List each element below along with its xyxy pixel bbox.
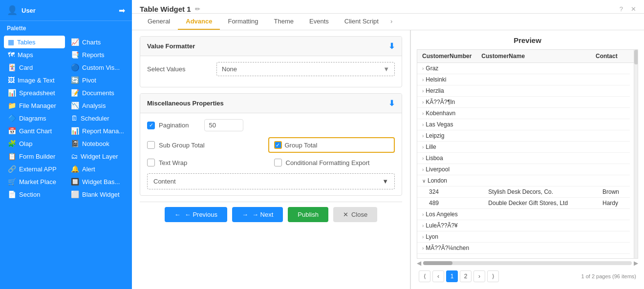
group-cell: ›Las Vegas (417, 119, 630, 130)
sidebar-item-scheduler[interactable]: 🗓 Scheduler (67, 112, 128, 124)
group-total-checkbox[interactable]: ✓ (274, 141, 282, 149)
preview-scroll-area[interactable]: CustomerNumber CustomerName Contact ›Gra… (417, 50, 634, 258)
scroll-left-icon[interactable]: ◀ (417, 260, 421, 267)
group-cell: ›Herzlia (417, 85, 630, 97)
widget-bas-icon: 🔲 (71, 178, 79, 186)
content-dropdown[interactable]: Content ▼ (147, 173, 395, 189)
page-prev-btn[interactable]: ‹ (432, 270, 444, 282)
previous-button[interactable]: ← ← Previous (165, 207, 227, 222)
table-row: ›KÃ??Ã?¶ln (417, 97, 634, 108)
main-panel: Table Widget 1 ✏ ? ✕ General Advance For… (132, 0, 644, 289)
page-next-btn[interactable]: › (473, 270, 485, 282)
sidebar-item-reports[interactable]: 📑 Reports (67, 48, 128, 61)
text-wrap-item: Text Wrap (147, 159, 268, 166)
table-row: ›Herzlia (417, 85, 634, 97)
sidebar-item-file-manager[interactable]: 📁 File Manager (4, 99, 65, 112)
sidebar-item-gantt[interactable]: 📅 Gantt Chart (4, 124, 65, 137)
sidebar-item-analysis[interactable]: 📉 Analysis (67, 99, 128, 112)
tab-more-icon[interactable]: › (386, 14, 396, 30)
page-first-btn[interactable]: ⟨ (419, 270, 430, 282)
bottom-bar: ← ← Previous → → Next Publish ✕ Close (140, 202, 402, 227)
close-window-icon[interactable]: ✕ (631, 5, 636, 13)
pivot-icon: 🔄 (71, 76, 79, 84)
tab-events[interactable]: Events (301, 14, 337, 30)
select-values-arrow: ▼ (383, 65, 389, 73)
page-1-btn[interactable]: 1 (446, 270, 458, 282)
reports-icon: 📑 (71, 51, 79, 59)
tab-general[interactable]: General (140, 14, 178, 30)
h-scroll-thumb[interactable] (423, 261, 452, 265)
pagination-value-input[interactable] (204, 119, 243, 131)
sidebar-item-diagrams[interactable]: 🔷 Diagrams (4, 112, 65, 124)
diagrams-icon: 🔷 (8, 114, 16, 122)
sidebar-item-external-app[interactable]: 🔗 External APP (4, 163, 65, 175)
right-scrollbar[interactable] (634, 50, 638, 258)
page-2-btn[interactable]: 2 (460, 270, 472, 282)
scrollbar-thumb (634, 50, 638, 64)
sidebar-item-custom-vis[interactable]: 🔵 Custom Vis... (67, 61, 128, 74)
sidebar-item-form-builder[interactable]: 📋 Form Builder (4, 150, 65, 163)
sidebar-item-image-text[interactable]: 🖼 Image & Text (4, 74, 65, 86)
section-icon: 📄 (8, 190, 16, 198)
close-button[interactable]: ✕ Close (333, 207, 377, 222)
sidebar-item-charts-label: Charts (82, 39, 101, 46)
sidebar-item-section[interactable]: 📄 Section (4, 188, 65, 201)
sub-group-total-checkbox[interactable] (147, 141, 155, 149)
conditional-formatting-checkbox[interactable] (274, 159, 282, 166)
group-cell: ›Liverpool (417, 164, 630, 175)
notebook-icon: 📓 (71, 140, 79, 147)
group-cell: ›Lyon (417, 231, 630, 243)
group-total-highlighted-box: ✓ Group Total (268, 137, 395, 153)
tab-theme[interactable]: Theme (266, 14, 301, 30)
sidebar-item-image-text-label: Image & Text (18, 77, 55, 84)
sidebar-item-alert[interactable]: 🔔 Alert (67, 163, 128, 175)
palette-label: Palette (0, 21, 132, 34)
next-button[interactable]: → → Next (232, 207, 283, 222)
customer-name-cell: Stylish Desk Decors, Co. (476, 186, 591, 198)
sidebar-item-market-place[interactable]: 🛒 Market Place (4, 175, 65, 188)
tab-advance[interactable]: Advance (178, 14, 220, 30)
table-row: ›LuleÃ??Ã?¥ (417, 220, 634, 231)
sidebar-item-report-mana[interactable]: 📊 Report Mana... (67, 124, 128, 137)
select-values-dropdown[interactable]: None ▼ (216, 62, 395, 76)
sidebar-row-file-manager: 📁 File Manager 📉 Analysis (4, 99, 128, 112)
sidebar-item-maps[interactable]: 🗺 Maps (4, 48, 65, 61)
table-row: ›Los Angeles (417, 209, 634, 220)
maps-icon: 🗺 (8, 51, 15, 59)
page-last-btn[interactable]: ⟩ (487, 270, 499, 282)
sidebar-item-widget-layer[interactable]: 🗂 Widget Layer (67, 150, 128, 163)
sidebar-item-pivot[interactable]: 🔄 Pivot (67, 74, 128, 86)
group-cell: ∨London (417, 175, 630, 186)
sidebar-item-documents[interactable]: 📝 Documents (67, 86, 128, 99)
publish-button[interactable]: Publish (288, 207, 328, 222)
value-formatter-collapse-icon[interactable]: ⬇ (388, 41, 395, 51)
misc-properties-body: ✓ Pagination Sub Group Total ✓ (140, 113, 402, 195)
sidebar-item-blank-widget[interactable]: ⬜ Blank Widget (67, 188, 128, 201)
sidebar-item-blank-widget-label: Blank Widget (82, 191, 120, 198)
sidebar-item-widget-bas[interactable]: 🔲 Widget Bas... (67, 175, 128, 188)
sidebar-item-pivot-label: Pivot (82, 77, 96, 84)
sidebar-item-external-app-label: External APP (19, 165, 57, 173)
edit-title-icon[interactable]: ✏ (195, 5, 200, 13)
text-wrap-checkbox[interactable] (147, 159, 155, 166)
sidebar-item-spreadsheet[interactable]: 📊 Spreadsheet (4, 86, 65, 99)
group-cell: ›Leipzig (417, 130, 630, 142)
sidebar-exit-icon[interactable]: ➡ (119, 6, 125, 15)
scroll-right-icon[interactable]: ▶ (634, 260, 638, 267)
sidebar-item-olap[interactable]: 🧩 Olap (4, 137, 65, 150)
sidebar-item-charts[interactable]: 📈 Charts (67, 36, 128, 48)
tab-client-script[interactable]: Client Script (337, 14, 386, 30)
misc-properties-collapse-icon[interactable]: ⬇ (388, 99, 395, 108)
sidebar-item-form-builder-label: Form Builder (19, 153, 55, 160)
help-icon[interactable]: ? (620, 5, 623, 13)
tab-formatting[interactable]: Formatting (220, 14, 266, 30)
sidebar-items: ▦ Tables 📈 Charts 🗺 Maps 📑 Reports 🃏 Car… (0, 34, 132, 289)
group-cell: ›LuleÃ??Ã?¥ (417, 220, 630, 231)
pagination-checkbox[interactable]: ✓ (147, 122, 155, 129)
table-row: ›Lille (417, 142, 634, 153)
text-wrap-row: Text Wrap Conditional Formatting Export (147, 159, 395, 166)
sidebar-item-tables[interactable]: ▦ Tables (4, 36, 65, 48)
sidebar-item-documents-label: Documents (82, 89, 114, 97)
sidebar-item-notebook[interactable]: 📓 Notebook (67, 137, 128, 150)
sidebar-item-card[interactable]: 🃏 Card (4, 61, 65, 74)
